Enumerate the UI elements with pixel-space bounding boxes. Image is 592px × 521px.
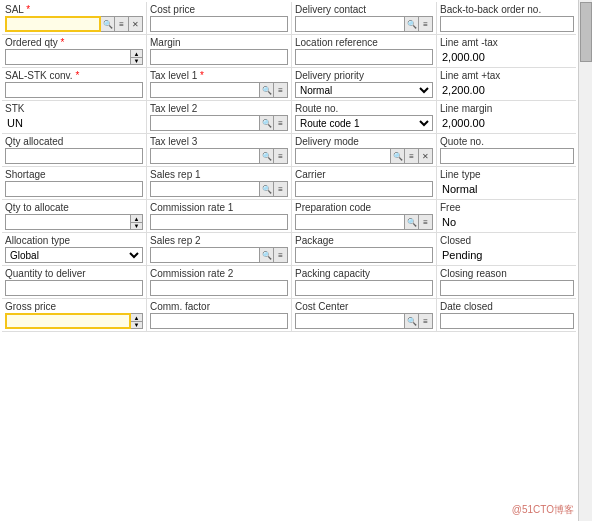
- carrier-input[interactable]: [295, 181, 433, 197]
- delivery-contact-input[interactable]: [295, 16, 405, 32]
- tax-level3-list-btn[interactable]: ≡: [274, 148, 288, 164]
- qty-to-deliver-input[interactable]: 0: [5, 280, 143, 296]
- delivery-priority-select[interactable]: Normal: [295, 82, 433, 98]
- qty-to-allocate-input[interactable]: 2: [5, 214, 131, 230]
- delivery-contact-search-btn[interactable]: 🔍: [405, 16, 419, 32]
- scrollbar-thumb[interactable]: [580, 2, 592, 62]
- shortage-input[interactable]: 2: [5, 181, 143, 197]
- allocation-type-label: Allocation type: [5, 235, 143, 246]
- tax-level3-input[interactable]: [150, 148, 260, 164]
- delivery-mode-clear-btn[interactable]: ✕: [419, 148, 433, 164]
- cost-center-input[interactable]: COMM-001: [295, 313, 405, 329]
- margin-cell: Margin 1000.0000: [147, 35, 292, 67]
- cost-center-search-btn[interactable]: 🔍: [405, 313, 419, 329]
- delivery-contact-cell: Delivery contact 🔍 ≡: [292, 2, 437, 34]
- closing-reason-input[interactable]: [440, 280, 574, 296]
- stk-label: STK: [5, 103, 143, 114]
- sales-rep2-search-btn[interactable]: 🔍: [260, 247, 274, 263]
- delivery-mode-search-btn[interactable]: 🔍: [391, 148, 405, 164]
- ordered-qty-input-group: 2 ▲ ▼: [5, 49, 143, 65]
- gross-price-cell: Gross price 1000.0000 ▲ ▼: [2, 299, 147, 331]
- comm-factor-label: Comm. factor: [150, 301, 288, 312]
- delivery-mode-list-btn[interactable]: ≡: [405, 148, 419, 164]
- carrier-label: Carrier: [295, 169, 433, 180]
- date-closed-input[interactable]: [440, 313, 574, 329]
- tax-level2-search-btn[interactable]: 🔍: [260, 115, 274, 131]
- backtoback-input[interactable]: [440, 16, 574, 32]
- qty-to-allocate-down[interactable]: ▼: [131, 222, 143, 230]
- free-value: No: [440, 214, 574, 230]
- delivery-contact-list-btn[interactable]: ≡: [419, 16, 433, 32]
- tax-level1-search-btn[interactable]: 🔍: [260, 82, 274, 98]
- commission-rate2-label: Commission rate 2: [150, 268, 288, 279]
- quote-no-input[interactable]: [440, 148, 574, 164]
- qty-to-allocate-up[interactable]: ▲: [131, 214, 143, 222]
- location-ref-label: Location reference: [295, 37, 433, 48]
- qty-to-allocate-spinner: ▲ ▼: [131, 214, 143, 230]
- scrollbar[interactable]: [578, 0, 592, 521]
- sales-rep1-input[interactable]: AO251: [150, 181, 260, 197]
- route-no-select[interactable]: Route code 1: [295, 115, 433, 131]
- commission-rate2-cell: Commission rate 2 0.00: [147, 266, 292, 298]
- sales-rep1-list-btn[interactable]: ≡: [274, 181, 288, 197]
- preparation-code-label: Preparation code: [295, 202, 433, 213]
- sal-search-btn[interactable]: 🔍: [101, 16, 115, 32]
- row-4: STK UN Tax level 2 🔍 ≡ Route no. Route c…: [2, 101, 576, 134]
- packing-capacity-input[interactable]: 0.000000: [295, 280, 433, 296]
- preparation-code-list-btn[interactable]: ≡: [419, 214, 433, 230]
- commission-rate1-input[interactable]: 5.00: [150, 214, 288, 230]
- delivery-mode-input[interactable]: 3: [295, 148, 391, 164]
- sal-cell: SAL * BAG 🔍 ≡ ✕: [2, 2, 147, 34]
- sal-clear-btn[interactable]: ✕: [129, 16, 143, 32]
- sal-input[interactable]: BAG: [5, 16, 101, 32]
- watermark: @51CTO博客: [512, 503, 574, 517]
- cost-center-list-btn[interactable]: ≡: [419, 313, 433, 329]
- location-ref-input[interactable]: [295, 49, 433, 65]
- main-container: SAL * BAG 🔍 ≡ ✕ Cost price 0.0000 Delive…: [0, 0, 592, 521]
- closing-reason-cell: Closing reason: [437, 266, 577, 298]
- sal-stk-input[interactable]: 2.000000: [5, 82, 143, 98]
- line-amt-tax-value: 2,000.00: [440, 49, 574, 65]
- commission-rate2-input[interactable]: 0.00: [150, 280, 288, 296]
- margin-input[interactable]: 1000.0000: [150, 49, 288, 65]
- cost-price-label: Cost price: [150, 4, 288, 15]
- allocation-type-select[interactable]: Global: [5, 247, 143, 263]
- line-amt-tax-cell: Line amt -tax 2,000.00: [437, 35, 577, 67]
- preparation-code-input[interactable]: [295, 214, 405, 230]
- cost-price-input[interactable]: 0.0000: [150, 16, 288, 32]
- qty-allocated-label: Qty allocated: [5, 136, 143, 147]
- preparation-code-search-btn[interactable]: 🔍: [405, 214, 419, 230]
- comm-factor-input[interactable]: 1.00: [150, 313, 288, 329]
- package-label: Package: [295, 235, 433, 246]
- sales-rep1-cell: Sales rep 1 AO251 🔍 ≡: [147, 167, 292, 199]
- ordered-qty-input[interactable]: 2: [5, 49, 131, 65]
- sales-rep2-input[interactable]: [150, 247, 260, 263]
- sal-stk-label: SAL-STK conv. *: [5, 70, 143, 81]
- tax-level3-search-btn[interactable]: 🔍: [260, 148, 274, 164]
- tax-level1-cell: Tax level 1 * NOR 🔍 ≡: [147, 68, 292, 100]
- ordered-qty-up[interactable]: ▲: [131, 49, 143, 57]
- package-input[interactable]: [295, 247, 433, 263]
- date-closed-cell: Date closed: [437, 299, 577, 331]
- qty-allocated-input[interactable]: 0: [5, 148, 143, 164]
- tax-level2-list-btn[interactable]: ≡: [274, 115, 288, 131]
- sales-rep1-search-btn[interactable]: 🔍: [260, 181, 274, 197]
- line-margin-label: Line margin: [440, 103, 574, 114]
- backtoback-label: Back-to-back order no.: [440, 4, 574, 15]
- qty-to-allocate-input-group: 2 ▲ ▼: [5, 214, 143, 230]
- ordered-qty-down[interactable]: ▼: [131, 57, 143, 65]
- backtoback-input-group: [440, 16, 574, 32]
- sal-list-btn[interactable]: ≡: [115, 16, 129, 32]
- gross-price-up[interactable]: ▲: [131, 313, 143, 321]
- sales-rep2-cell: Sales rep 2 🔍 ≡: [147, 233, 292, 265]
- gross-price-down[interactable]: ▼: [131, 321, 143, 329]
- tax-level1-list-btn[interactable]: ≡: [274, 82, 288, 98]
- sales-rep2-list-btn[interactable]: ≡: [274, 247, 288, 263]
- gross-price-input[interactable]: 1000.0000: [5, 313, 131, 329]
- delivery-priority-label: Delivery priority: [295, 70, 433, 81]
- tax-level2-input[interactable]: [150, 115, 260, 131]
- free-cell: Free No: [437, 200, 577, 232]
- tax-level1-input[interactable]: NOR: [150, 82, 260, 98]
- delivery-mode-label: Delivery mode: [295, 136, 433, 147]
- shortage-label: Shortage: [5, 169, 143, 180]
